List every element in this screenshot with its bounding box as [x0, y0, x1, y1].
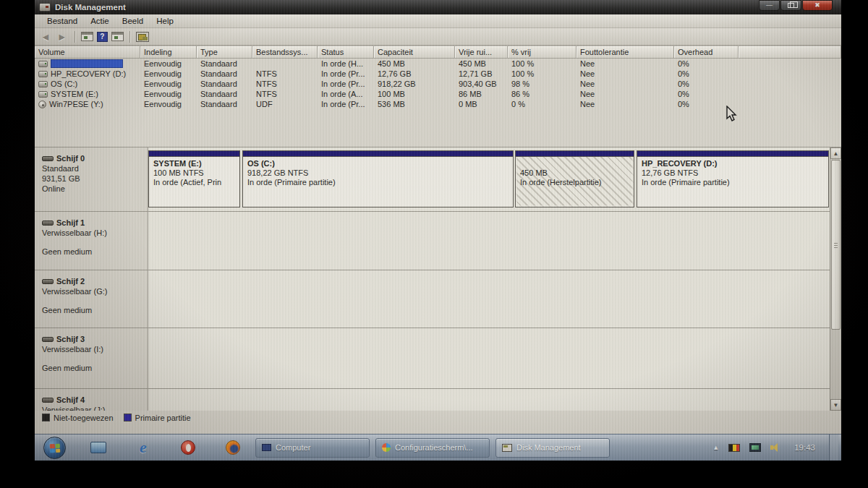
partition-title: OS (C:): [247, 159, 509, 168]
disk-status: Geen medium: [42, 247, 143, 257]
opera-icon[interactable]: [179, 438, 197, 457]
disk-management-icon: [502, 444, 512, 452]
show-action-pane-icon[interactable]: [111, 32, 124, 41]
column-header-status[interactable]: Status: [318, 46, 374, 58]
cell-status: In orde (Pr...: [318, 100, 374, 108]
disk-name: Schijf 3: [56, 334, 85, 344]
partition-size: 918,22 GB NTFS: [247, 168, 509, 178]
title-bar: Disk Management — ✖: [35, 0, 841, 14]
cell-capaciteit: 918,22 GB: [374, 80, 455, 88]
table-row[interactable]: SYSTEM (E:) Eenvoudig Standaard NTFS In …: [35, 89, 841, 99]
column-header-capaciteit[interactable]: Capaciteit: [374, 46, 455, 58]
cell-overhead: 0%: [674, 59, 739, 68]
network-icon[interactable]: [749, 443, 761, 452]
cell-status: In orde (A...: [318, 90, 374, 98]
taskbar-button-computer[interactable]: Computer: [255, 438, 370, 458]
restore-icon: [788, 3, 794, 8]
column-header-pct-vrij[interactable]: % vrij: [508, 46, 576, 58]
firefox-icon[interactable]: [224, 438, 242, 457]
volume-speaker-icon[interactable]: [770, 443, 780, 452]
forward-arrow-icon[interactable]: ►: [56, 32, 69, 42]
table-row[interactable]: OS (C:) Eenvoudig Standaard NTFS In orde…: [35, 79, 841, 89]
cell-bestandssysteem: UDF: [252, 100, 318, 108]
show-hidden-icons-icon[interactable]: ▲: [712, 444, 719, 451]
messenger-icon[interactable]: [89, 438, 108, 457]
partition-hp-recovery[interactable]: HP_RECOVERY (D:) 12,76 GB NTFS In orde (…: [637, 150, 829, 207]
disk-management-tool-icon[interactable]: [136, 32, 149, 42]
unallocated-swatch: [42, 414, 50, 421]
minimize-button[interactable]: —: [759, 0, 780, 11]
cell-fouttolerantie: Nee: [576, 100, 674, 108]
disk-status: Geen medium: [42, 305, 143, 315]
taskbar-button-disk-management[interactable]: Disk Management: [495, 438, 610, 458]
system-tray: ▲ 19:43: [712, 435, 841, 461]
cell-indeling: Eenvoudig: [140, 69, 197, 78]
cell-volume: SYSTEM (E:): [51, 90, 98, 98]
cell-indeling: Eenvoudig: [140, 80, 197, 88]
partition-os[interactable]: OS (C:) 918,22 GB NTFS In orde (Primaire…: [242, 150, 514, 207]
table-row[interactable]: Eenvoudig Standaard In orde (H... 450 MB…: [35, 59, 841, 69]
close-button[interactable]: ✖: [802, 0, 833, 11]
cell-overhead: 0%: [674, 80, 739, 88]
column-header-type[interactable]: Type: [197, 46, 252, 58]
partition-recovery-450mb[interactable]: 450 MB In orde (Herstelpartitie): [515, 150, 634, 207]
disk4-header[interactable]: Schijf 4 Verwisselbaar (J:): [35, 389, 148, 411]
selected-volume-highlight: [51, 59, 123, 68]
column-header-volume[interactable]: Volume: [35, 46, 140, 58]
table-row[interactable]: HP_RECOVERY (D:) Eenvoudig Standaard NTF…: [35, 69, 841, 79]
volume-icon: [38, 81, 48, 87]
cell-type: Standaard: [197, 80, 252, 88]
scroll-down-icon[interactable]: ▼: [830, 399, 841, 411]
volume-icon: [38, 91, 48, 98]
cell-overhead: 0%: [674, 100, 739, 108]
column-header-overhead[interactable]: Overhead: [674, 46, 739, 58]
vertical-scrollbar[interactable]: ▲ ▼: [830, 147, 841, 411]
clock[interactable]: 19:43: [794, 443, 815, 452]
cell-type: Standaard: [197, 69, 252, 78]
taskbar-button-label: Disk Management: [516, 443, 581, 452]
cell-fouttolerantie: Nee: [576, 80, 674, 88]
disk-name: Schijf 2: [56, 276, 85, 286]
language-flag-icon[interactable]: [728, 444, 740, 452]
partition-size: 12,76 GB NTFS: [642, 168, 824, 178]
menu-bestand[interactable]: Bestand: [41, 15, 84, 27]
column-header-indeling[interactable]: Indeling: [140, 46, 197, 58]
cell-pct-vrij: 86 %: [508, 90, 576, 98]
cell-bestandssysteem: NTFS: [252, 69, 318, 78]
show-console-tree-icon[interactable]: [81, 32, 93, 41]
column-header-fouttolerantie[interactable]: Fouttolerantie: [576, 46, 674, 58]
partition-system[interactable]: SYSTEM (E:) 100 MB NTFS In orde (Actief,…: [148, 150, 240, 207]
start-button[interactable]: [43, 437, 66, 459]
partition-size: 450 MB: [520, 168, 629, 178]
internet-explorer-icon[interactable]: e: [134, 438, 153, 457]
restore-button[interactable]: [780, 0, 801, 11]
back-arrow-icon[interactable]: ◄: [39, 32, 52, 42]
taskbar-button-configuratiescherm[interactable]: Configuratiescherm\...: [375, 438, 490, 458]
disk-name: Schijf 1: [56, 218, 85, 228]
help-icon[interactable]: ?: [97, 32, 108, 42]
legend-label: Niet-toegewezen: [54, 414, 114, 422]
menu-beeld[interactable]: Beeld: [116, 15, 150, 27]
legend-primary-partition: Primaire partitie: [124, 414, 191, 422]
table-row[interactable]: Win7PESE (Y:) Eenvoudig Standaard UDF In…: [35, 99, 841, 109]
disk1-header[interactable]: Schijf 1 Verwisselbaar (H:) Geen medium: [35, 212, 148, 270]
cell-status: In orde (H...: [318, 59, 374, 68]
scroll-up-icon[interactable]: ▲: [830, 147, 841, 159]
disk3-header[interactable]: Schijf 3 Verwisselbaar (I:) Geen medium: [35, 328, 148, 388]
cell-type: Standaard: [197, 59, 252, 68]
cell-vrije-ruimte: 0 MB: [455, 100, 508, 108]
scrollbar-thumb[interactable]: [831, 160, 841, 330]
column-header-bestandssysteem[interactable]: Bestandssys...: [252, 46, 318, 58]
menu-help[interactable]: Help: [150, 15, 180, 27]
disk0-header[interactable]: Schijf 0 Standaard 931,51 GB Online: [35, 147, 148, 211]
cell-indeling: Eenvoudig: [140, 100, 197, 108]
disk2-header[interactable]: Schijf 2 Verwisselbaar (G:) Geen medium: [35, 270, 148, 328]
menu-actie[interactable]: Actie: [84, 15, 116, 27]
column-header-filler: [739, 46, 841, 58]
disk-row-2: Schijf 2 Verwisselbaar (G:) Geen medium: [35, 270, 841, 328]
menu-bar: Bestand Actie Beeld Help: [35, 14, 841, 28]
cell-bestandssysteem: NTFS: [252, 90, 318, 98]
disk-icon: [42, 337, 54, 342]
column-header-vrije-ruimte[interactable]: Vrije rui...: [455, 46, 508, 58]
show-desktop-button[interactable]: [829, 435, 838, 461]
